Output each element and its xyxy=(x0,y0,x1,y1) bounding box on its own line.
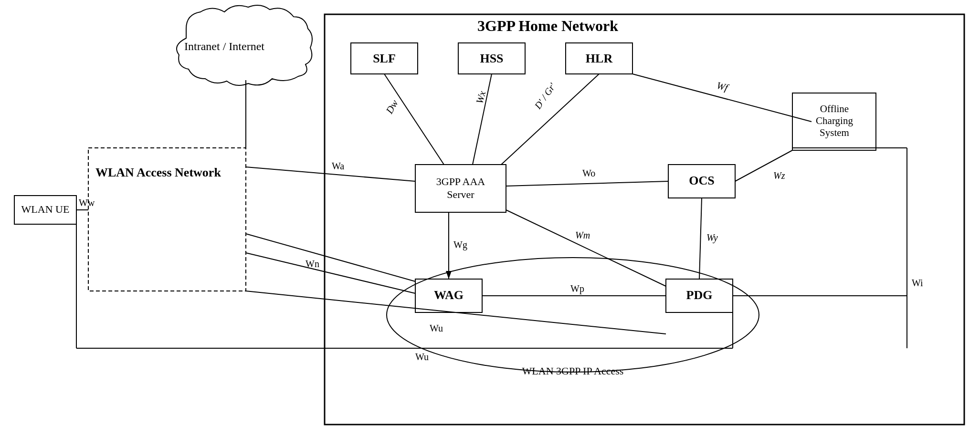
wp-label: Wp xyxy=(570,283,584,294)
wu-bottom-label: Wu xyxy=(415,352,429,362)
wlan-ue-label: WLAN UE xyxy=(21,203,70,215)
internet-cloud: Intranet / Internet xyxy=(177,5,312,85)
ocs-label: OCS xyxy=(689,174,714,187)
slf-label: SLF xyxy=(373,52,396,65)
wn-label: Wn xyxy=(306,259,319,269)
wz-label: Wz xyxy=(773,170,785,181)
offline-cs-label2: Charging xyxy=(816,115,853,126)
network-diagram: 3GPP Home Network WLAN Access Network In… xyxy=(0,0,980,436)
wm-label: Wm xyxy=(575,230,590,240)
wlan-3gpp-label: WLAN 3GPP IP Access xyxy=(522,365,624,377)
aaa-label2: Server xyxy=(447,188,474,200)
wy-label: Wy xyxy=(706,232,718,243)
wo-label: Wo xyxy=(582,168,595,178)
hss-label: HSS xyxy=(480,52,503,65)
home-network-title: 3GPP Home Network xyxy=(477,17,618,34)
wg-label: Wg xyxy=(453,239,467,250)
offline-cs-label1: Offline xyxy=(820,103,849,114)
wa-label: Wa xyxy=(332,161,344,171)
wi-label: Wi xyxy=(912,278,923,288)
ww-label: Ww xyxy=(79,197,95,208)
wag-label: WAG xyxy=(434,288,464,302)
internet-label: Intranet / Internet xyxy=(184,40,264,52)
hlr-label: HLR xyxy=(586,52,613,65)
wlan-access-label: WLAN Access Network xyxy=(95,166,221,179)
pdg-label: PDG xyxy=(686,288,713,302)
aaa-label1: 3GPP AAA xyxy=(436,176,485,187)
offline-cs-label3: System xyxy=(820,127,849,138)
wu-label: Wu xyxy=(430,323,443,333)
